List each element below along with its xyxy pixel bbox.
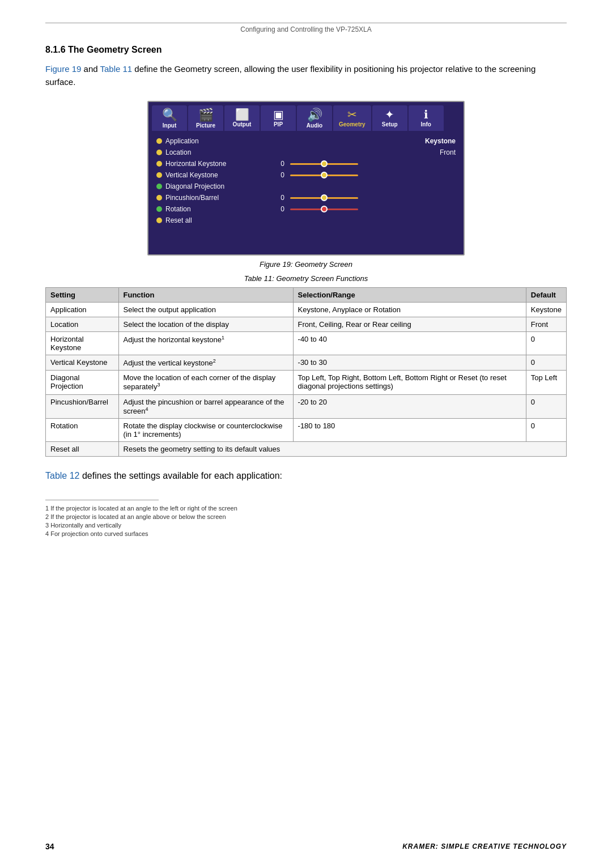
cell-setting: Location	[46, 317, 119, 332]
osd-tab-output[interactable]: ⬜ Output	[224, 105, 260, 131]
cell-default: Front	[526, 317, 566, 332]
cell-function: Select the output application	[118, 303, 293, 317]
application-value: Keystone	[425, 137, 456, 145]
cell-range: -30 to 30	[293, 355, 526, 371]
cell-function: Adjust the horizontal keystone1	[118, 332, 293, 355]
table-row: Diagonal Projection Move the location of…	[46, 371, 567, 394]
info-label: Info	[421, 121, 431, 127]
osd-screen: 🔍 Input 🎬 Picture ⬜ Output ▣ PIP 🔊 Audio	[147, 101, 465, 256]
cell-setting: Vertical Keystone	[46, 355, 119, 371]
cell-range: -40 to 40	[293, 332, 526, 355]
geometry-label: Geometry	[339, 121, 366, 127]
rotation-track	[290, 209, 358, 210]
col-function: Function	[118, 288, 293, 303]
pincushion-thumb	[321, 194, 328, 201]
rotation-slider[interactable]	[290, 205, 456, 213]
bottom-paragraph: Table 12 defines the settings available …	[45, 469, 567, 483]
input-icon: 🔍	[162, 109, 177, 121]
cell-range: Top Left, Top Right, Bottom Left, Bottom…	[293, 371, 526, 394]
page: Configuring and Controlling the VP-725XL…	[0, 0, 612, 868]
osd-row-pincushion: Pincushion/Barrel 0	[156, 192, 456, 203]
table-row: Reset all Resets the geometry setting to…	[46, 441, 567, 456]
diagonal-label: Diagonal Projection	[165, 182, 267, 190]
cell-setting: Reset all	[46, 441, 119, 456]
cell-range: Keystone, Anyplace or Rotation	[293, 303, 526, 317]
setup-label: Setup	[382, 121, 398, 127]
col-setting: Setting	[46, 288, 119, 303]
osd-tab-setup[interactable]: ✦ Setup	[372, 105, 407, 131]
page-header: Configuring and Controlling the VP-725XL…	[45, 25, 567, 33]
table-11-link[interactable]: Table 11	[100, 64, 132, 74]
footnote-4: 4 For projection onto curved surfaces	[45, 530, 567, 537]
cell-range: Front, Ceiling, Rear or Rear ceiling	[293, 317, 526, 332]
osd-tab-picture[interactable]: 🎬 Picture	[188, 105, 223, 131]
osd-row-hkeystone: Horizontal Keystone 0	[156, 158, 456, 169]
output-label: Output	[233, 121, 252, 127]
pip-icon: ▣	[273, 109, 284, 120]
intro-paragraph: Figure 19 and Table 11 define the Geomet…	[45, 63, 567, 88]
hkeystone-label: Horizontal Keystone	[165, 160, 267, 168]
vkeystone-value: 0	[267, 171, 284, 179]
geometry-functions-table: Setting Function Selection/Range Default…	[45, 287, 567, 457]
footnote-3: 3 Horizontally and vertically	[45, 522, 567, 529]
hkeystone-value: 0	[267, 160, 284, 168]
vkeystone-slider[interactable]	[290, 171, 456, 179]
osd-row-location: Location Front	[156, 147, 456, 158]
cell-function: Rotate the display clockwise or counterc…	[118, 418, 293, 441]
info-icon: ℹ	[424, 109, 428, 120]
pincushion-dot	[156, 195, 162, 201]
hkeystone-thumb	[321, 160, 328, 167]
bottom-rest: defines the settings available for each …	[80, 471, 283, 480]
cell-default: 0	[526, 418, 566, 441]
brand-text: KRAMER: SIMPLE CREATIVE TECHNOLOGY	[402, 843, 567, 850]
figure-19-link[interactable]: Figure 19	[45, 64, 81, 74]
hkeystone-track	[290, 163, 358, 165]
page-number: 34	[45, 842, 54, 851]
osd-tab-pip[interactable]: ▣ PIP	[261, 105, 296, 131]
col-default: Default	[526, 288, 566, 303]
application-label: Application	[165, 137, 267, 145]
pincushion-value: 0	[267, 194, 284, 202]
output-icon: ⬜	[235, 109, 249, 120]
intro-and: and	[81, 64, 100, 74]
osd-row-application: Application Keystone	[156, 135, 456, 147]
section-number: 8.1.6	[45, 45, 66, 54]
cell-function: Adjust the pincushion or barrel appearan…	[118, 394, 293, 418]
osd-tab-input[interactable]: 🔍 Input	[152, 105, 187, 131]
cell-default: 0	[526, 355, 566, 371]
footnote-2: 2 If the projector is located at an angl…	[45, 513, 567, 520]
cell-function: Select the location of the display	[118, 317, 293, 332]
location-dot	[156, 150, 162, 155]
cell-setting: Pincushion/Barrel	[46, 394, 119, 418]
osd-row-resetall: Reset all	[156, 215, 456, 226]
osd-tab-info[interactable]: ℹ Info	[409, 105, 444, 131]
cell-setting: Diagonal Projection	[46, 371, 119, 394]
picture-label: Picture	[196, 122, 215, 129]
top-rule	[45, 23, 567, 23]
location-label: Location	[165, 148, 267, 156]
section-heading: 8.1.6 The Geometry Screen	[45, 45, 567, 55]
osd-tab-audio[interactable]: 🔊 Audio	[297, 105, 332, 131]
pincushion-slider[interactable]	[290, 194, 456, 202]
table-row: Rotation Rotate the display clockwise or…	[46, 418, 567, 441]
footnote-1: 1 If the projector is located at an angl…	[45, 505, 567, 512]
table-row: Application Select the output applicatio…	[46, 303, 567, 317]
rotation-label: Rotation	[165, 205, 267, 213]
osd-tab-geometry[interactable]: ✂ Geometry	[333, 105, 371, 131]
section-title: The Geometry Screen	[68, 45, 162, 54]
hkeystone-slider[interactable]	[290, 160, 456, 168]
table-12-link[interactable]: Table 12	[45, 471, 80, 480]
cell-setting: Horizontal Keystone	[46, 332, 119, 355]
cell-function: Move the location of each corner of the …	[118, 371, 293, 394]
audio-label: Audio	[307, 122, 322, 129]
col-range: Selection/Range	[293, 288, 526, 303]
picture-icon: 🎬	[198, 109, 214, 121]
osd-row-diagonal: Diagonal Projection	[156, 181, 456, 192]
pincushion-track	[290, 197, 358, 199]
location-value: Front	[440, 148, 456, 156]
pincushion-label: Pincushion/Barrel	[165, 194, 267, 202]
rotation-thumb	[321, 206, 328, 212]
setup-icon: ✦	[385, 109, 394, 120]
resetall-label: Reset all	[165, 216, 267, 224]
figure-caption: Figure 19: Geometry Screen	[45, 260, 567, 269]
